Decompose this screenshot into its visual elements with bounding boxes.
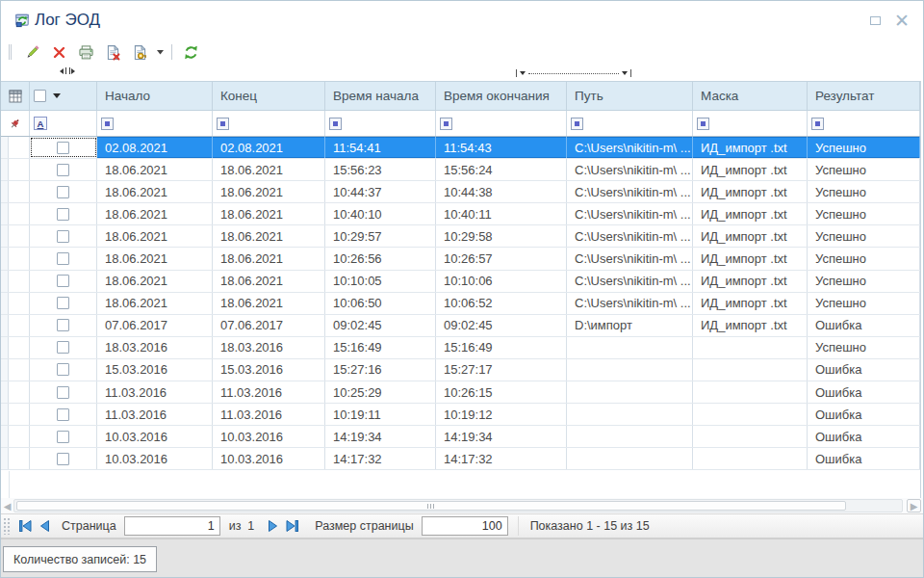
row-checkbox[interactable]: [57, 142, 69, 154]
data-grid: Начало Конец Время начала Время окончани…: [1, 81, 921, 498]
row-checkbox[interactable]: [57, 453, 69, 465]
cell-end: 11.03.2016: [213, 404, 325, 425]
cell-path: [567, 381, 693, 403]
selection-dropdown-icon[interactable]: [53, 93, 61, 98]
cell-mask: ИД_импорт .txt: [693, 293, 808, 314]
table-row[interactable]: 10.03.2016 10.03.2016 14:19:34 14:19:34 …: [1, 426, 920, 448]
page-size-input[interactable]: [422, 516, 508, 536]
table-row[interactable]: 07.06.2017 07.06.2017 09:02:45 09:02:45 …: [1, 315, 920, 337]
table-row[interactable]: 18.06.2021 18.06.2021 10:44:37 10:44:38 …: [1, 181, 920, 203]
pager-grip[interactable]: [3, 517, 10, 535]
cell-time-start: 10:29:57: [325, 225, 436, 247]
filter-type-icon[interactable]: [329, 118, 342, 130]
row-checkbox[interactable]: [57, 252, 69, 265]
restore-icon[interactable]: [870, 16, 881, 25]
row-checkbox[interactable]: [57, 275, 69, 287]
page-number-input[interactable]: [124, 516, 220, 536]
column-header-result[interactable]: Результат: [808, 82, 920, 110]
row-checkbox[interactable]: [57, 297, 69, 309]
text-filter-button[interactable]: A: [34, 117, 47, 130]
cell-time-start: 10:10:05: [325, 271, 436, 292]
cell-mask: ИД_импорт .txt: [693, 225, 808, 247]
filter-cell-time-end: [436, 111, 567, 136]
cell-result: Успешно: [808, 337, 920, 358]
edit-button[interactable]: [20, 41, 43, 63]
document-key-dropdown[interactable]: [155, 41, 165, 63]
filter-type-icon[interactable]: [697, 118, 709, 130]
column-header-mask[interactable]: Маска: [693, 82, 808, 110]
last-page-button[interactable]: [282, 516, 301, 536]
table-row[interactable]: 11.03.2016 11.03.2016 10:25:29 10:26:15 …: [1, 381, 920, 404]
first-page-button[interactable]: [15, 516, 35, 536]
scroll-right-arrow-icon[interactable]: ▶: [907, 499, 921, 512]
row-checkbox[interactable]: [57, 363, 69, 376]
cell-result: Успешно: [808, 271, 920, 292]
close-icon[interactable]: ✕: [894, 12, 910, 30]
scroll-left-arrow-icon[interactable]: ◀: [1, 499, 13, 512]
table-row[interactable]: 18.06.2021 18.06.2021 10:06:50 10:06:52 …: [1, 293, 920, 315]
print-button[interactable]: [74, 41, 97, 63]
cell-mask: [693, 381, 808, 403]
row-checkbox[interactable]: [57, 230, 69, 243]
grid-filter-row: A: [1, 111, 920, 137]
cell-mask: ИД_импорт .txt: [693, 248, 808, 269]
table-row[interactable]: 11.03.2016 11.03.2016 10:19:11 10:19:12 …: [1, 404, 920, 426]
cell-start: 18.06.2021: [97, 181, 213, 202]
filter-type-icon[interactable]: [811, 118, 824, 130]
cell-mask: ИД_импорт .txt: [693, 271, 808, 292]
refresh-button[interactable]: [179, 41, 202, 63]
row-checkbox[interactable]: [57, 341, 69, 354]
cell-result: Успешно: [808, 203, 920, 224]
table-row[interactable]: 18.06.2021 18.06.2021 10:29:57 10:29:58 …: [1, 225, 920, 248]
cell-time-end: 10:29:58: [436, 225, 567, 247]
row-checkbox[interactable]: [57, 164, 69, 176]
cell-end: 18.06.2021: [213, 248, 325, 269]
delete-button[interactable]: [47, 41, 70, 63]
filter-cell-mask: [693, 111, 808, 136]
toolbar-grip[interactable]: [9, 44, 12, 60]
table-row[interactable]: 02.08.2021 02.08.2021 11:54:41 11:54:43 …: [1, 137, 920, 159]
row-checkbox[interactable]: [57, 208, 69, 221]
table-row[interactable]: 18.06.2021 18.06.2021 10:10:05 10:10:06 …: [1, 271, 920, 293]
splitter-handle-icon[interactable]: [60, 66, 75, 75]
document-remove-button[interactable]: [101, 41, 124, 63]
pushpin-icon[interactable]: [9, 118, 21, 130]
filter-type-icon[interactable]: [101, 118, 114, 130]
table-row[interactable]: 18.03.2016 18.03.2016 15:16:49 15:16:49 …: [1, 337, 920, 359]
scrollbar-thumb[interactable]: [16, 501, 846, 511]
cell-path: [567, 337, 693, 358]
cell-end: 18.06.2021: [213, 293, 325, 314]
column-header-time-end[interactable]: Время окончания: [436, 82, 567, 110]
row-checkbox[interactable]: [57, 431, 69, 443]
table-row[interactable]: 15.03.2016 15.03.2016 15:27:16 15:27:17 …: [1, 359, 920, 381]
next-page-button[interactable]: [263, 516, 282, 536]
row-checkbox-cell: [30, 448, 97, 469]
document-key-button[interactable]: [128, 41, 151, 63]
select-all-checkbox[interactable]: [34, 90, 46, 102]
table-row[interactable]: 10.03.2016 10.03.2016 14:17:32 14:17:32 …: [1, 448, 920, 470]
column-header-time-start[interactable]: Время начала: [325, 82, 436, 110]
row-checkbox[interactable]: [57, 319, 69, 331]
row-gutter-cell: [1, 293, 9, 314]
column-header-path[interactable]: Путь: [567, 82, 693, 110]
grid-corner-cell[interactable]: [1, 82, 30, 110]
row-checkbox[interactable]: [57, 386, 69, 399]
scrollbar-track[interactable]: [13, 499, 903, 512]
row-checkbox[interactable]: [57, 408, 69, 421]
column-header-end[interactable]: Конец: [213, 82, 325, 110]
row-indicator-cell: [9, 159, 30, 180]
filter-type-icon[interactable]: [440, 118, 452, 130]
column-header-start[interactable]: Начало: [97, 82, 213, 110]
table-row[interactable]: 18.06.2021 18.06.2021 15:56:23 15:56:24 …: [1, 159, 920, 181]
cell-time-start: 11:54:41: [325, 137, 436, 158]
prev-page-button[interactable]: [35, 516, 54, 536]
table-row[interactable]: 18.06.2021 18.06.2021 10:40:10 10:40:11 …: [1, 203, 920, 225]
table-row[interactable]: 18.06.2021 18.06.2021 10:26:56 10:26:57 …: [1, 248, 920, 270]
cell-mask: ИД_импорт .txt: [693, 159, 808, 180]
cell-path: [567, 359, 693, 381]
filter-type-icon[interactable]: [217, 118, 229, 130]
row-checkbox[interactable]: [57, 186, 69, 198]
cell-result: Ошибка: [808, 381, 920, 403]
row-checkbox-cell: [30, 248, 97, 269]
filter-type-icon[interactable]: [571, 118, 583, 130]
